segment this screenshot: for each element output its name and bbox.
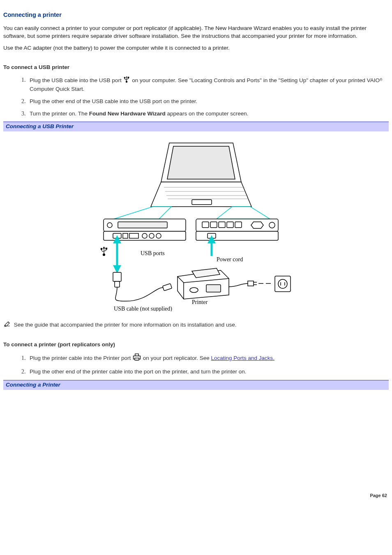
svg-point-0 (126, 81, 127, 82)
note-text: See the guide that accompanied the print… (14, 322, 237, 328)
svg-marker-39 (115, 266, 120, 271)
page-number: Page 62 (3, 493, 387, 499)
intro-paragraph-1: You can easily connect a printer to your… (3, 25, 389, 40)
step-3-text-b: appears on the computer screen. (166, 111, 249, 117)
usb-cable-illustration (113, 272, 172, 301)
svg-rect-27 (202, 222, 209, 228)
printer-illustration (178, 268, 229, 299)
svg-marker-42 (103, 246, 105, 249)
svg-rect-31 (235, 222, 242, 228)
pr-step-2: Plug the other end of the printer cable … (27, 368, 389, 376)
pr-step-1-text-a: Plug the printer cable into the Printer … (30, 355, 132, 361)
svg-point-32 (269, 222, 275, 228)
step-1-text-c: Computer Quick Start. (30, 86, 85, 92)
step-1-text-b: on your computer. See "Locating Controls… (132, 77, 380, 83)
svg-rect-4 (128, 77, 129, 78)
step-3: Turn the printer on. The Found New Hardw… (27, 110, 389, 118)
svg-rect-18 (118, 222, 167, 228)
svg-marker-2 (126, 76, 128, 77)
svg-rect-21 (129, 233, 138, 238)
svg-rect-30 (227, 222, 233, 228)
svg-rect-46 (115, 281, 120, 287)
pr-step-1: Plug the printer cable into the Printer … (27, 353, 389, 364)
step-1: Plug the USB cable into the USB port on … (27, 76, 389, 93)
step-3-bold: Found New Hardware Wizard (89, 111, 166, 117)
svg-marker-6 (167, 146, 235, 179)
note-line: See the guide that accompanied the print… (3, 320, 389, 329)
note-pencil-icon (3, 320, 12, 329)
figure-usb-printer: USB ports Power cord Printer USB cable (… (3, 135, 389, 311)
svg-rect-49 (206, 285, 221, 292)
label-usb-cable: USB cable (not supplied) (114, 306, 172, 311)
svg-rect-28 (210, 222, 217, 228)
usb-steps-list: Plug the USB cable into the USB port on … (3, 76, 389, 118)
svg-point-17 (107, 223, 112, 228)
step-2: Plug the other end of the USB cable into… (27, 97, 389, 106)
figure-caption-printer: Connecting a Printer (3, 380, 389, 390)
laptop-illustration (151, 143, 251, 207)
pr-step-1-text-b: on your port replicator. See (143, 355, 211, 361)
step-1-text-a: Plug the USB cable into the USB port (30, 77, 123, 83)
svg-rect-58 (135, 354, 138, 356)
intro-paragraph-2: Use the AC adapter (not the battery) to … (3, 44, 389, 52)
subhead-port-replicator: To connect a printer (port replicators o… (3, 341, 389, 349)
svg-rect-44 (106, 248, 107, 249)
svg-rect-45 (113, 272, 121, 281)
printer-port-icon (132, 353, 141, 364)
label-usb-ports: USB ports (141, 250, 165, 256)
label-power-cord: Power cord (217, 256, 243, 263)
right-port-bar (196, 219, 278, 240)
usb-trident-icon (123, 76, 130, 85)
svg-rect-47 (163, 284, 172, 291)
svg-point-3 (125, 77, 126, 78)
locating-ports-link[interactable]: Locating Ports and Jacks. (211, 355, 275, 361)
svg-point-24 (156, 233, 161, 238)
svg-point-43 (101, 249, 102, 250)
svg-point-22 (142, 233, 147, 238)
subhead-usb-printer: To connect a USB printer (3, 64, 389, 71)
svg-rect-29 (219, 222, 225, 228)
svg-rect-20 (123, 233, 128, 238)
svg-rect-12 (192, 200, 212, 205)
left-port-bar (104, 219, 186, 240)
label-printer: Printer (192, 299, 208, 305)
svg-rect-50 (248, 281, 254, 286)
svg-point-55 (278, 279, 287, 288)
svg-marker-14 (217, 207, 270, 219)
port-replicator-steps-list: Plug the printer cable into the Printer … (3, 353, 389, 376)
step-3-text-a: Turn the printer on. The (30, 111, 89, 117)
power-cord-illustration (229, 276, 291, 292)
svg-point-40 (103, 254, 105, 256)
usb-glyph-small (101, 246, 107, 256)
callout-lines (114, 207, 270, 219)
svg-rect-60 (135, 358, 139, 360)
svg-marker-13 (114, 207, 171, 219)
section-heading: Connecting a printer (3, 11, 389, 19)
registered-mark: ® (380, 77, 383, 81)
figure-caption-usb: Connecting a USB Printer (3, 122, 389, 131)
svg-point-23 (149, 233, 154, 238)
svg-point-48 (190, 288, 198, 292)
